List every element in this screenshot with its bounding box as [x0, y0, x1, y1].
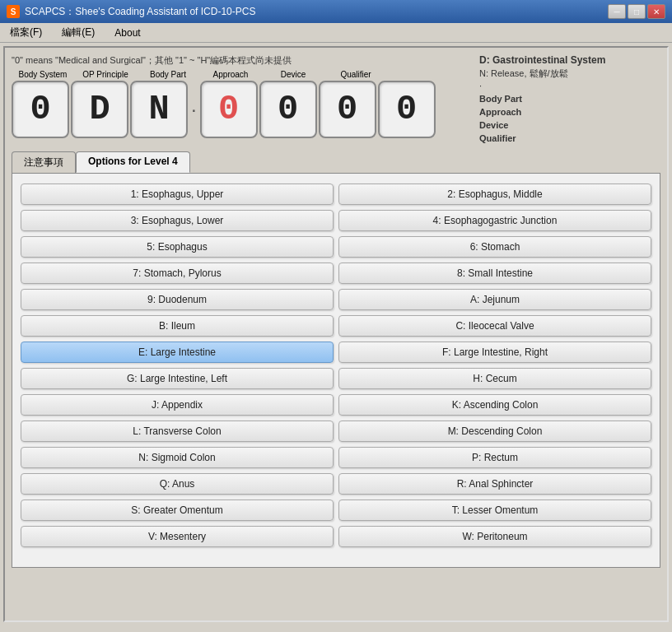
- main-window: "0" means "Medical and Surgical"；其他 "1" …: [3, 46, 669, 622]
- option-btn-B[interactable]: B: Ileum: [21, 315, 334, 337]
- option-btn-8[interactable]: 8: Small Intestine: [338, 263, 651, 284]
- option-btn-1[interactable]: 1: Esophagus, Upper: [21, 184, 334, 205]
- info-dot: ·: [479, 81, 660, 91]
- tabs-row: 注意事項 Options for Level 4: [12, 151, 660, 173]
- label-body-part: Body Part: [138, 70, 198, 79]
- info-system: D: Gastrointestinal System: [479, 54, 660, 66]
- code-char-3: 0: [200, 81, 258, 138]
- option-btn-P[interactable]: P: Rectum: [338, 447, 651, 468]
- label-device: Device: [264, 70, 323, 79]
- label-approach: Approach: [201, 70, 260, 79]
- info-device-label: Device: [479, 120, 660, 130]
- option-btn-5[interactable]: 5: Esophagus: [21, 236, 334, 258]
- close-button[interactable]: ✕: [647, 4, 665, 19]
- code-boxes: 0 D N · 0 0 0 0: [12, 81, 471, 138]
- option-btn-A[interactable]: A: Jejunum: [338, 289, 651, 310]
- option-btn-6[interactable]: 6: Stomach: [338, 236, 651, 258]
- option-btn-G[interactable]: G: Large Intestine, Left: [21, 368, 334, 389]
- info-body-part-label: Body Part: [479, 94, 660, 104]
- option-btn-M[interactable]: M: Descending Colon: [338, 421, 651, 442]
- window-controls: ─ □ ✕: [608, 4, 665, 19]
- code-char-6: 0: [378, 81, 436, 138]
- option-btn-9[interactable]: 9: Duodenum: [21, 289, 334, 310]
- option-btn-C[interactable]: C: Ileocecal Valve: [338, 315, 651, 337]
- menu-edit[interactable]: 編輯(E): [55, 24, 101, 41]
- option-btn-T[interactable]: T: Lesser Omentum: [338, 500, 651, 521]
- tab-options[interactable]: Options for Level 4: [76, 151, 190, 173]
- option-btn-K[interactable]: K: Ascending Colon: [338, 394, 651, 416]
- label-qualifier: Qualifier: [326, 70, 385, 79]
- info-area: "0" means "Medical and Surgical"；其他 "1" …: [12, 54, 660, 143]
- option-btn-7[interactable]: 7: Stomach, Pylorus: [21, 263, 334, 284]
- options-grid: 1: Esophagus, Upper2: Esophagus, Middle3…: [21, 184, 651, 547]
- info-operation: N: Release, 鬆解/放鬆: [479, 67, 660, 80]
- menu-bar: 檔案(F) 編輯(E) About: [0, 23, 672, 43]
- option-btn-4[interactable]: 4: Esophagogastric Junction: [338, 210, 651, 231]
- code-separator: ·: [189, 98, 198, 121]
- option-btn-2[interactable]: 2: Esophagus, Middle: [338, 184, 651, 205]
- info-panel: D: Gastrointestinal System N: Release, 鬆…: [479, 54, 660, 143]
- option-btn-E[interactable]: E: Large Intestine: [21, 342, 334, 363]
- tab-section: 注意事項 Options for Level 4 1: Esophagus, U…: [12, 151, 660, 568]
- code-char-4: 0: [259, 81, 317, 138]
- option-btn-W[interactable]: W: Peritoneum: [338, 526, 651, 547]
- option-btn-L[interactable]: L: Transverse Colon: [21, 421, 334, 442]
- code-char-1: D: [71, 81, 128, 138]
- menu-about[interactable]: About: [108, 26, 147, 40]
- info-approach-label: Approach: [479, 107, 660, 117]
- option-btn-H[interactable]: H: Cecum: [338, 368, 651, 389]
- minimize-button[interactable]: ─: [608, 4, 626, 19]
- title-bar: S SCAPCS：Shee's Coading Assistant of ICD…: [0, 0, 672, 23]
- code-char-0: 0: [12, 81, 69, 138]
- code-char-5: 0: [319, 81, 376, 138]
- tab-content: 1: Esophagus, Upper2: Esophagus, Middle3…: [12, 173, 660, 568]
- label-body-system: Body System: [13, 70, 72, 79]
- app-icon: S: [7, 5, 20, 18]
- option-btn-J[interactable]: J: Appendix: [21, 394, 334, 416]
- info-qualifier-label: Qualifier: [479, 133, 660, 143]
- hint-text: "0" means "Medical and Surgical"；其他 "1" …: [12, 54, 471, 67]
- option-btn-S[interactable]: S: Greater Omentum: [21, 500, 334, 521]
- code-char-2: N: [130, 81, 188, 138]
- option-btn-Q[interactable]: Q: Anus: [21, 473, 334, 495]
- window-title: SCAPCS：Shee's Coading Assistant of ICD-1…: [25, 5, 255, 19]
- code-area: "0" means "Medical and Surgical"；其他 "1" …: [12, 54, 471, 143]
- option-btn-V[interactable]: V: Mesentery: [21, 526, 334, 547]
- option-btn-3[interactable]: 3: Esophagus, Lower: [21, 210, 334, 231]
- label-op-principle: OP Principle: [76, 70, 135, 79]
- option-btn-R[interactable]: R: Anal Sphincter: [338, 473, 651, 495]
- option-btn-F[interactable]: F: Large Intestine, Right: [338, 342, 651, 363]
- menu-file[interactable]: 檔案(F): [3, 24, 49, 41]
- option-btn-N[interactable]: N: Sigmoid Colon: [21, 447, 334, 468]
- maximize-button[interactable]: □: [628, 4, 646, 19]
- tab-notes[interactable]: 注意事項: [12, 151, 76, 173]
